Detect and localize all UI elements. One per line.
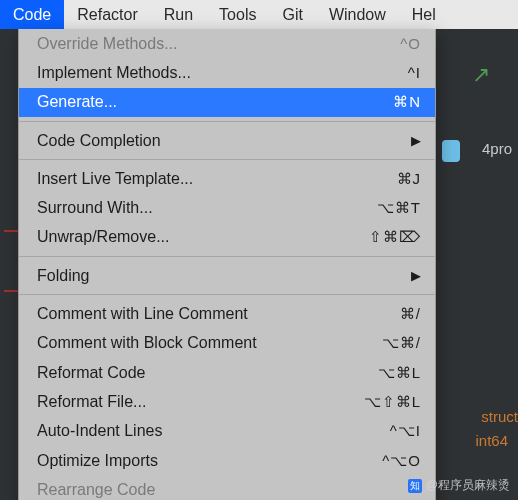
menu-item-label: Generate... [37,93,393,111]
menu-separator [19,159,435,160]
menu-git[interactable]: Git [269,0,315,29]
gopher-icon [442,140,460,162]
menu-item-comment-line[interactable]: Comment with Line Comment ⌘/ [19,299,435,328]
menu-item-shortcut: ^I [408,64,421,81]
menu-item-shortcut: ⌥⇧⌘L [364,393,421,411]
menu-item-generate[interactable]: Generate... ⌘N [19,88,435,117]
menu-item-label: Optimize Imports [37,452,382,470]
menu-label: Run [164,6,193,24]
menu-item-reformat-file[interactable]: Reformat File... ⌥⇧⌘L [19,387,435,416]
menu-item-shortcut: ⌘/ [400,305,421,323]
menu-label: Hel [412,6,436,24]
menu-item-label: Override Methods... [37,35,400,53]
gutter-mark [4,290,18,292]
menu-item-label: Auto-Indent Lines [37,422,390,440]
menu-item-rearrange-code[interactable]: Rearrange Code [19,475,435,500]
menu-item-label: Comment with Line Comment [37,305,400,323]
menu-item-shortcut: ⌘J [397,170,422,188]
menu-separator [19,256,435,257]
menu-item-label: Comment with Block Comment [37,334,382,352]
menu-item-label: Surround With... [37,199,377,217]
menu-item-label: Rearrange Code [37,481,421,499]
menu-item-shortcut: ⌥⌘T [377,199,421,217]
menu-item-auto-indent[interactable]: Auto-Indent Lines ^⌥I [19,417,435,446]
menu-item-unwrap-remove[interactable]: Unwrap/Remove... ⇧⌘⌦ [19,223,435,252]
menu-code[interactable]: Code [0,0,64,29]
submenu-arrow-icon: ▶ [411,133,421,148]
run-arrow-icon: ↗ [472,62,490,88]
watermark-text: @程序员麻辣烫 [426,477,510,494]
menu-item-folding[interactable]: Folding ▶ [19,261,435,290]
menu-item-shortcut: ⇧⌘⌦ [369,228,421,246]
menu-label: Tools [219,6,256,24]
code-token-struct: struct [481,408,518,425]
menu-item-label: Code Completion [37,132,407,150]
menu-help[interactable]: Hel [399,0,449,29]
menu-item-override-methods[interactable]: Override Methods... ^O [19,29,435,58]
menu-item-shortcut: ⌥⌘/ [382,334,421,352]
menu-label: Git [282,6,302,24]
watermark: 知 @程序员麻辣烫 [408,477,510,494]
menu-label: Code [13,6,51,24]
menu-label: Window [329,6,386,24]
menu-run[interactable]: Run [151,0,206,29]
submenu-arrow-icon: ▶ [411,268,421,283]
code-token-int64: int64 [475,432,508,449]
menu-item-surround-with[interactable]: Surround With... ⌥⌘T [19,193,435,222]
menu-item-label: Reformat File... [37,393,364,411]
menu-item-shortcut: ^O [400,35,421,52]
menu-refactor[interactable]: Refactor [64,0,150,29]
menu-item-optimize-imports[interactable]: Optimize Imports ^⌥O [19,446,435,475]
menu-item-shortcut: ^⌥I [390,422,421,440]
menu-item-comment-block[interactable]: Comment with Block Comment ⌥⌘/ [19,329,435,358]
menu-item-shortcut: ⌘N [393,93,421,111]
menu-separator [19,121,435,122]
gutter-mark [4,230,18,232]
menu-item-label: Implement Methods... [37,64,408,82]
menu-item-label: Unwrap/Remove... [37,228,369,246]
code-menu-dropdown: Override Methods... ^O Implement Methods… [18,29,436,500]
zhihu-icon: 知 [408,479,422,493]
menu-item-code-completion[interactable]: Code Completion ▶ [19,126,435,155]
menu-item-shortcut: ^⌥O [382,452,421,470]
menu-window[interactable]: Window [316,0,399,29]
menu-item-insert-live-template[interactable]: Insert Live Template... ⌘J [19,164,435,193]
menu-label: Refactor [77,6,137,24]
menu-bar: Code Refactor Run Tools Git Window Hel [0,0,518,29]
menu-tools[interactable]: Tools [206,0,269,29]
menu-item-implement-methods[interactable]: Implement Methods... ^I [19,58,435,87]
menu-item-label: Insert Live Template... [37,170,397,188]
menu-item-label: Folding [37,267,407,285]
file-tab-label: 4pro [482,140,512,157]
menu-item-reformat-code[interactable]: Reformat Code ⌥⌘L [19,358,435,387]
menu-separator [19,294,435,295]
menu-item-shortcut: ⌥⌘L [378,364,421,382]
menu-item-label: Reformat Code [37,364,378,382]
